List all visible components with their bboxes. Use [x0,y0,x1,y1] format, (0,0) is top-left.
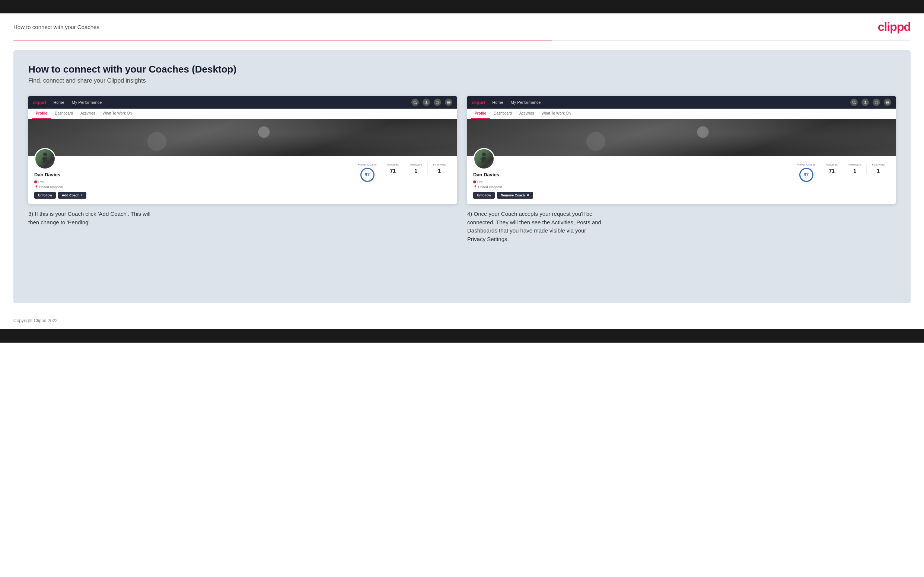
mock-browser-1: clippd Home My Performance [28,96,457,204]
tab-profile-2[interactable]: Profile [471,109,490,119]
mock-stats-1: Player Quality 97 Activities 71 Follower [353,159,451,182]
mock-logo-2: clippd [472,100,485,105]
screenshots-row: clippd Home My Performance [28,96,896,243]
close-icon: ✕ [527,193,529,197]
mock-quality-2: Player Quality 97 [792,163,821,182]
mock-hero-overlay-2 [467,119,896,156]
pro-dot-2 [473,181,476,184]
unfollow-button-1[interactable]: Unfollow [34,192,56,199]
globe-icon[interactable] [445,98,452,106]
svg-line-1 [416,103,417,104]
caption-2: 4) Once your Coach accepts your request … [467,210,601,243]
quality-value-2: 97 [804,172,809,177]
mock-profile-info-1: Dan Davies Pro 📍 United Kingdom [34,170,86,189]
mock-profile-section-1: Dan Davies Pro 📍 United Kingdom Unfollow [28,156,457,204]
svg-point-4 [436,101,439,104]
mock-stat-activities-2: Activities 71 [821,163,843,174]
add-coach-button[interactable]: Add Coach + [58,192,86,199]
mock-tabs-2: Profile Dashboard Activities What To Wor… [467,109,896,119]
pro-label-1: Pro [38,180,44,184]
mock-stat-followers-2: Followers 1 [843,163,867,174]
search-icon[interactable] [411,98,419,106]
tab-what-to-work-on-1[interactable]: What To Work On [99,109,136,119]
mock-stat-following-1: Following 1 [428,163,451,174]
mock-pro-badge-2: Pro [473,180,483,184]
svg-point-11 [864,101,866,103]
user-icon-2[interactable] [861,98,869,106]
followers-label-2: Followers [848,163,861,166]
svg-point-12 [876,102,877,103]
mock-nav-icons-1 [411,98,452,106]
user-icon[interactable] [423,98,430,106]
mock-stat-activities-1: Activities 71 [381,163,404,174]
followers-value-1: 1 [410,168,422,174]
mock-profile-left-2: Dan Davies Pro 📍 United Kingdom Unfollow [473,159,533,199]
mock-stat-following-2: Following 1 [867,163,890,174]
tab-activities-1[interactable]: Activities [77,109,99,119]
mock-profile-right-1: Player Quality 97 Activities 71 Follower [92,159,451,182]
golfer-silhouette-2 [479,152,489,166]
svg-point-2 [425,101,427,103]
tab-profile-1[interactable]: Profile [32,109,51,119]
mock-nav-home-1: Home [53,100,64,105]
mock-location-2: 📍 United Kingdom [473,185,533,189]
page-title: How to connect with your Coaches (Deskto… [28,64,896,75]
following-label-2: Following [872,163,885,166]
followers-value-2: 1 [848,168,861,174]
svg-point-17 [482,153,486,156]
header-divider [13,40,911,41]
header: How to connect with your Coaches clippd [0,13,924,40]
mock-hero-2 [467,119,896,156]
following-label-1: Following [433,163,446,166]
mock-location-1: 📍 United Kingdom [34,185,86,189]
tab-activities-2[interactable]: Activities [515,109,538,119]
page-subtitle: Find, connect and share your Clippd insi… [28,77,896,84]
globe-icon-2[interactable] [884,98,891,106]
mock-avatar-2 [473,148,495,170]
svg-point-8 [43,153,47,156]
mock-nav-icons-2 [850,98,891,106]
main-content: How to connect with your Coaches (Deskto… [13,50,911,303]
mock-profile-left-1: Dan Davies Pro 📍 United Kingdom Unfollow [34,159,86,199]
mock-profile-info-2: Dan Davies Pro 📍 United Kingdom [473,170,533,189]
mock-nav-2: clippd Home My Performance [467,96,896,109]
quality-circle-2: 97 [799,168,813,182]
activities-label-1: Activities [387,163,399,166]
svg-point-13 [875,101,878,104]
mock-browser-2: clippd Home My Performance [467,96,896,204]
caption-1: 3) If this is your Coach click 'Add Coac… [28,210,162,227]
followers-label-1: Followers [410,163,422,166]
quality-label-2: Player Quality [797,163,816,166]
svg-line-10 [855,103,856,104]
mock-profile-right-2: Player Quality 97 Activities 71 Follower [539,159,890,182]
tab-dashboard-1[interactable]: Dashboard [51,109,77,119]
svg-point-3 [437,102,438,103]
unfollow-button-2[interactable]: Unfollow [473,192,495,199]
remove-coach-button[interactable]: Remove Coach ✕ [497,192,533,199]
mock-avatar-1 [34,148,56,170]
mock-stats-2: Player Quality 97 Activities 71 Follower [792,159,890,182]
mock-player-name-2: Dan Davies [473,172,533,177]
svg-point-9 [853,101,855,103]
activities-value-1: 71 [387,168,399,174]
search-icon-2[interactable] [850,98,858,106]
golfer-silhouette-1 [40,152,50,166]
mock-nav-performance-1: My Performance [72,100,102,105]
mock-nav-home-2: Home [492,100,503,105]
quality-label-1: Player Quality [358,163,377,166]
tab-dashboard-2[interactable]: Dashboard [490,109,515,119]
mock-pro-badge-1: Pro [34,180,44,184]
svg-point-0 [414,101,416,103]
mock-nav-performance-2: My Performance [511,100,541,105]
top-bar [0,0,924,13]
settings-icon[interactable] [434,98,441,106]
plus-icon: + [81,193,82,197]
quality-circle-1: 97 [360,168,375,182]
following-value-1: 1 [433,168,446,174]
bottom-bar [0,329,924,343]
mock-avatar-bg-1 [36,149,55,169]
mock-action-btns-1: Unfollow Add Coach + [34,192,86,199]
tab-what-to-work-on-2[interactable]: What To Work On [538,109,575,119]
logo: clippd [878,20,911,34]
settings-icon-2[interactable] [872,98,880,106]
